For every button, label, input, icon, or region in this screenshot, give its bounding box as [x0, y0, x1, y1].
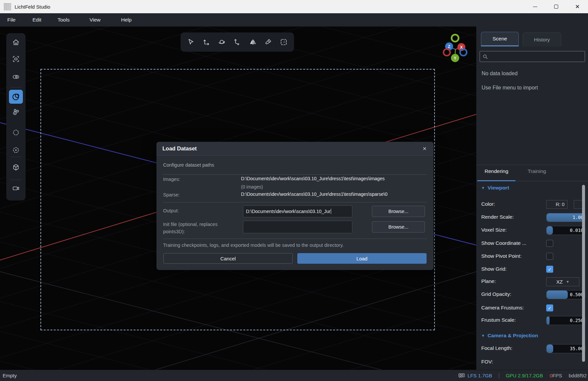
dialog-title: Load Dataset: [162, 145, 197, 152]
svg-text:Y: Y: [454, 56, 456, 61]
init-browse-button[interactable]: Browse...: [372, 221, 425, 233]
selection-circle-tool-button[interactable]: [10, 127, 22, 138]
frustum-scale-row: Frustum Scale: 0.250: [476, 316, 588, 326]
menu-edit[interactable]: Edit: [31, 17, 43, 23]
toggle-view-icon: [12, 73, 20, 81]
plane-row: Plane: XZ ▼: [476, 277, 588, 287]
menu-tools[interactable]: Tools: [56, 17, 71, 23]
gaussian-splat-tool-button-active[interactable]: [9, 90, 23, 104]
close-button[interactable]: ✕: [567, 0, 588, 13]
home-tool-button[interactable]: [10, 36, 22, 48]
grid-opacity-slider[interactable]: 0.500: [546, 290, 585, 299]
show-grid-checkbox[interactable]: ✓: [546, 266, 553, 273]
svg-text:Z: Z: [448, 44, 450, 49]
axis-gizmo[interactable]: Z X Y: [442, 31, 469, 64]
mirror-icon: [249, 38, 257, 46]
menu-view[interactable]: View: [88, 17, 102, 23]
dialog-subtitle: Configure dataset paths: [163, 162, 214, 168]
dialog-divider: [163, 202, 427, 202]
title-bar: LichtFeld Studio ✕: [0, 0, 588, 13]
status-separator: [499, 373, 499, 378]
tab-scene[interactable]: Scene: [481, 32, 519, 46]
output-browse-button[interactable]: Browse...: [372, 206, 425, 217]
color-r-field[interactable]: R: 0: [546, 200, 567, 209]
grid-opacity-row: Grid Opacity: 0.500: [476, 290, 588, 300]
app-logo-icon: [3, 3, 11, 11]
selection-circle-icon: [12, 129, 20, 136]
output-path-input[interactable]: D:\Documents\dev\work\scans\03.10_Jur: [243, 205, 352, 217]
maximize-button[interactable]: [546, 0, 567, 13]
panel-scrollbar[interactable]: [582, 185, 585, 362]
scene-empty-hint: Use File menu to import: [482, 85, 538, 91]
load-dataset-dialog: Load Dataset ✕ Configure dataset paths I…: [156, 142, 434, 270]
translate-icon: [202, 38, 211, 46]
point-cloud-tool-button[interactable]: [10, 106, 22, 118]
mirror-tool-button[interactable]: [247, 36, 259, 48]
brush-icon: [264, 38, 272, 46]
dialog-header[interactable]: Load Dataset ✕: [156, 142, 434, 156]
images-label: Images:: [163, 177, 180, 182]
show-coordinate-row: Show Coordinate ... ✓: [476, 239, 588, 249]
translate-tool-button[interactable]: [201, 36, 212, 48]
output-label: Output:: [163, 208, 179, 213]
camera-tool-button[interactable]: [10, 182, 22, 194]
minimize-button[interactable]: [524, 0, 546, 13]
node-chain-icon: [233, 38, 242, 46]
collapse-arrow-icon: ▼: [481, 334, 485, 338]
node-chain-tool-button[interactable]: [232, 36, 243, 48]
show-coordinate-checkbox[interactable]: ✓: [546, 240, 553, 247]
rotate-icon: [217, 38, 226, 46]
menu-help[interactable]: Help: [120, 17, 133, 23]
lichtfeld-studio-window: LichtFeld Studio ✕ File Edit Tools View …: [0, 0, 588, 381]
status-fps-value: 0: [550, 373, 552, 378]
collapse-arrow-icon: ▼: [481, 186, 485, 190]
close-icon: ✕: [575, 4, 580, 10]
frame-select-icon: [12, 55, 20, 63]
svg-text:X: X: [460, 45, 463, 50]
init-file-label: Init file (optional, replaces points3D):: [163, 221, 238, 236]
load-button[interactable]: Load: [297, 253, 427, 264]
menu-file[interactable]: File: [6, 17, 17, 23]
plane-select[interactable]: XZ ▼: [546, 277, 579, 286]
render-scale-slider[interactable]: 1.00: [546, 213, 585, 222]
status-fps-unit: FPS: [553, 373, 562, 378]
show-pivot-row: Show Pivot Point: ✓: [476, 252, 588, 262]
brush-tool-button[interactable]: [263, 36, 274, 48]
sparse-label: Sparse:: [163, 192, 180, 197]
gaussian-splat-icon: [11, 92, 21, 101]
scene-search-input[interactable]: [480, 51, 585, 62]
voxel-size-row: Voxel Size: 0.010: [476, 226, 588, 236]
tab-rendering[interactable]: Rendering: [485, 168, 508, 174]
toolbar-divider: [10, 180, 22, 180]
voxel-size-slider[interactable]: 0.010: [546, 226, 585, 235]
box-select-points-tool-button[interactable]: [278, 36, 289, 48]
bounding-cube-icon: [12, 163, 20, 171]
frustum-scale-slider[interactable]: 0.250: [546, 316, 585, 325]
tab-history[interactable]: History: [523, 32, 561, 46]
rotate-tool-button[interactable]: [216, 36, 227, 48]
toolbar-divider: [10, 87, 22, 87]
focal-length-slider[interactable]: 35.00: [546, 344, 585, 353]
scene-empty-message: No data loaded: [482, 71, 518, 77]
select-cursor-tool-button[interactable]: [185, 36, 197, 48]
bounding-cube-tool-button[interactable]: [10, 161, 22, 173]
point-cloud-icon: [12, 108, 20, 116]
dialog-close-button[interactable]: ✕: [421, 145, 428, 152]
camera-section-header[interactable]: ▼ Camera & Projection: [481, 333, 538, 339]
viewport-section-header[interactable]: ▼ Viewport: [481, 185, 509, 191]
home-icon: [12, 38, 20, 46]
tab-training[interactable]: Training: [528, 168, 546, 174]
toggle-view-tool-button[interactable]: [10, 71, 22, 83]
show-pivot-checkbox[interactable]: ✓: [546, 253, 553, 260]
selection-center-tool-button[interactable]: [10, 144, 22, 156]
init-file-input[interactable]: [243, 221, 352, 233]
dialog-divider: [163, 239, 427, 239]
frame-select-tool-button[interactable]: [10, 53, 22, 65]
show-grid-row: Show Grid: ✓: [476, 265, 588, 275]
camera-frustums-checkbox[interactable]: ✓: [546, 304, 553, 311]
status-build-hash: bdd8f92: [569, 373, 587, 378]
properties-tab-bar: Rendering Training: [476, 165, 588, 181]
cancel-button[interactable]: Cancel: [163, 253, 293, 264]
transform-toolbar: [181, 32, 294, 52]
chevron-down-icon: ▼: [566, 280, 569, 284]
